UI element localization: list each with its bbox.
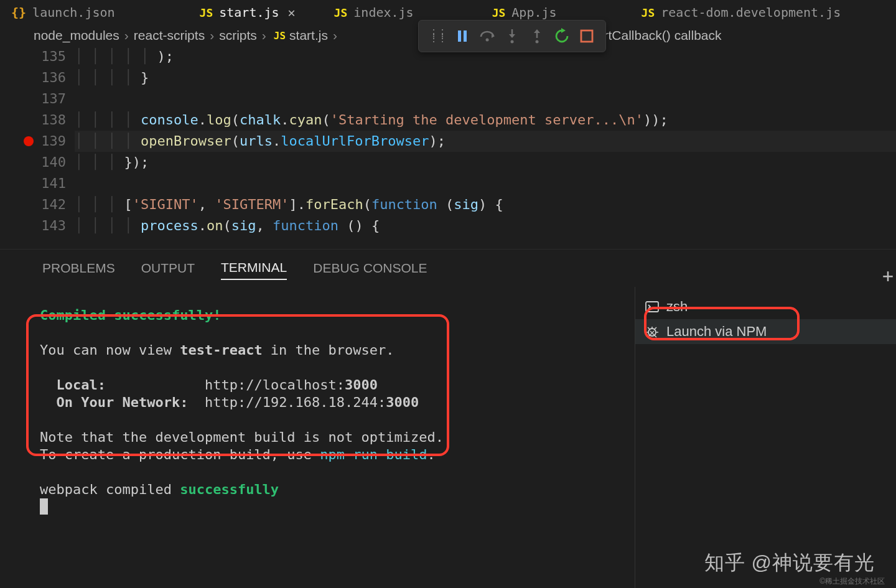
svg-point-3 <box>511 40 514 44</box>
json-icon: {} <box>11 5 26 20</box>
tab-react-dom[interactable]: JS react-dom.development.js <box>630 0 852 25</box>
tab-index-js[interactable]: JS index.js <box>323 0 425 25</box>
debug-toolbar[interactable]: ⋮⋮⋮⋮ <box>418 20 606 52</box>
code-line[interactable] <box>75 173 896 194</box>
annotation-box <box>26 314 449 456</box>
code-line[interactable]: │ │ │ ['SIGINT', 'SIGTERM'].forEach(func… <box>75 194 896 215</box>
terminal-output[interactable]: Compiled successfully! You can now view … <box>0 287 635 588</box>
svg-point-2 <box>486 39 489 42</box>
pause-button[interactable] <box>450 23 475 49</box>
breadcrumb-part[interactable]: react-scripts <box>134 28 205 43</box>
js-icon: JS <box>334 6 348 19</box>
breakpoint-icon[interactable] <box>24 136 34 146</box>
tab-launch-json[interactable]: {} launch.json <box>0 0 126 25</box>
js-icon: JS <box>642 6 655 19</box>
term-webpack: webpack compiled <box>40 482 180 497</box>
js-icon: JS <box>492 6 506 19</box>
breadcrumb-part[interactable]: scripts <box>219 28 257 43</box>
line-number[interactable]: 140 <box>0 152 66 173</box>
svg-rect-5 <box>581 30 592 42</box>
code-line[interactable]: │ │ │ │ } <box>75 67 896 88</box>
tab-debug-console[interactable]: DEBUG CONSOLE <box>313 257 427 279</box>
watermark: 知乎 @神说要有光 <box>704 549 875 577</box>
breadcrumb-part[interactable]: start.js <box>289 28 328 43</box>
line-number[interactable]: 135 <box>0 46 66 67</box>
terminal-cursor <box>40 498 48 515</box>
code-line[interactable]: │ │ │ │ console.log(chalk.cyan('Starting… <box>75 110 896 131</box>
line-number[interactable]: 136 <box>0 67 66 88</box>
step-over-button[interactable] <box>475 23 500 49</box>
term-webpack-status: successfully <box>180 482 279 497</box>
tab-label: react-dom.development.js <box>661 5 841 20</box>
drag-grip-icon[interactable]: ⋮⋮⋮⋮ <box>425 23 450 49</box>
line-number[interactable]: 142 <box>0 194 66 215</box>
tab-start-js[interactable]: JS start.js ✕ <box>189 0 307 25</box>
annotation-box <box>644 307 800 340</box>
tab-label: App.js <box>511 5 556 20</box>
close-icon[interactable]: ✕ <box>288 5 296 20</box>
bottom-panel: PROBLEMS OUTPUT TERMINAL DEBUG CONSOLE +… <box>0 249 896 588</box>
chevron-right-icon: › <box>262 28 266 43</box>
js-icon: JS <box>200 6 213 19</box>
tab-problems[interactable]: PROBLEMS <box>42 257 115 279</box>
step-into-button[interactable] <box>500 23 525 49</box>
chevron-right-icon: › <box>333 28 337 43</box>
terminal-list: zsh Launch via NPM <box>635 287 896 588</box>
breadcrumb-part[interactable]: node_modules <box>34 28 119 43</box>
tab-label: index.js <box>353 5 413 20</box>
step-out-button[interactable] <box>525 23 549 49</box>
line-number[interactable]: 138 <box>0 110 66 131</box>
watermark-small: ©稀土掘金技术社区 <box>819 576 885 587</box>
chevron-right-icon: › <box>210 28 214 43</box>
svg-point-4 <box>536 40 539 44</box>
svg-rect-0 <box>458 30 461 42</box>
code-line[interactable]: │ │ │ │ openBrowser(urls.localUrlForBrow… <box>75 131 896 152</box>
line-number[interactable]: 141 <box>0 173 66 194</box>
tab-label: start.js <box>219 5 279 20</box>
tab-output[interactable]: OUTPUT <box>141 257 195 279</box>
line-number-gutter[interactable]: 135136137138139140141142143 <box>0 46 75 249</box>
tab-terminal[interactable]: TERMINAL <box>221 256 287 280</box>
code-line[interactable] <box>75 88 896 110</box>
code-line[interactable]: │ │ │ }); <box>75 152 896 173</box>
restart-button[interactable] <box>549 23 574 49</box>
code-line[interactable]: │ │ │ │ process.on(sig, function () { <box>75 215 896 236</box>
stop-button[interactable] <box>574 23 599 49</box>
svg-rect-1 <box>464 30 467 42</box>
line-number[interactable]: 137 <box>0 88 66 110</box>
tab-label: launch.json <box>32 5 114 20</box>
js-icon: JS <box>274 30 286 42</box>
code-content[interactable]: │ │ │ │ │ );│ │ │ │ }│ │ │ │ console.log… <box>75 46 896 249</box>
new-terminal-button[interactable]: + <box>882 265 894 287</box>
panel-tabs: PROBLEMS OUTPUT TERMINAL DEBUG CONSOLE <box>0 250 896 287</box>
code-editor[interactable]: 135136137138139140141142143 │ │ │ │ │ );… <box>0 46 896 249</box>
chevron-right-icon: › <box>124 28 129 43</box>
line-number[interactable]: 143 <box>0 215 66 236</box>
